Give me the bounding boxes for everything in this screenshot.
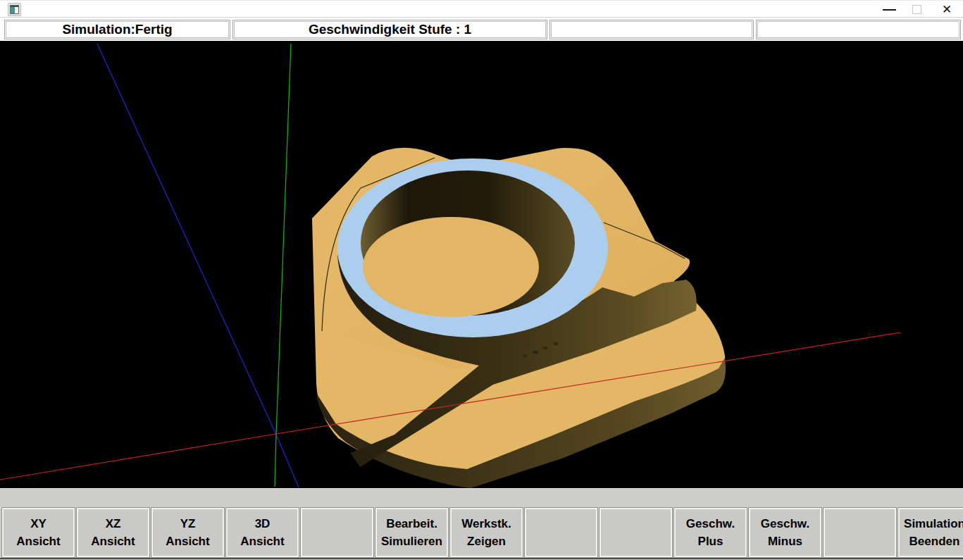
app-icon-titlebar xyxy=(11,6,18,7)
button-werkstk-zeigen[interactable]: Werkstk. Zeigen xyxy=(450,508,523,557)
minimize-icon xyxy=(883,9,896,11)
button-geschw-plus[interactable]: Geschw. Plus xyxy=(674,508,747,557)
button-geschw-minus[interactable]: Geschw. Minus xyxy=(749,508,821,557)
status-bar: Simulation:Fertig Geschwindigkeit Stufe … xyxy=(0,18,963,41)
status-panel-empty-2 xyxy=(756,20,961,39)
application-window: ✕ Simulation:Fertig Geschwindigkeit Stuf… xyxy=(0,0,963,560)
app-menu-button[interactable] xyxy=(8,3,21,16)
button-xy-ansicht[interactable]: XY Ansicht xyxy=(2,508,75,557)
button-empty-slot-3[interactable] xyxy=(599,508,672,557)
y-axis-line xyxy=(275,44,291,487)
close-button[interactable]: ✕ xyxy=(931,1,963,18)
app-icon-pane xyxy=(11,6,15,13)
button-yz-ansicht[interactable]: YZ Ansicht xyxy=(151,508,224,557)
app-window-icon xyxy=(10,5,19,14)
button-empty-slot-2[interactable] xyxy=(525,508,597,557)
simulation-viewport[interactable] xyxy=(0,41,963,488)
toolbar-bottom-line xyxy=(0,558,963,559)
button-empty-slot-1[interactable] xyxy=(301,508,373,557)
button-empty-slot-4[interactable] xyxy=(824,508,896,557)
button-3d-ansicht[interactable]: 3D Ansicht xyxy=(226,508,299,557)
close-icon: ✕ xyxy=(942,3,952,16)
button-bearbeit-simulieren[interactable]: Bearbeit. Simulieren xyxy=(375,508,448,557)
workpiece-pocket-floor xyxy=(363,217,539,317)
title-bar: ✕ xyxy=(0,0,963,18)
status-simulation-state: Simulation:Fertig xyxy=(4,20,230,39)
status-panel-empty-1 xyxy=(549,20,754,39)
button-simulation-beenden[interactable]: Simulation Beenden xyxy=(898,508,963,557)
maximize-button-disabled xyxy=(901,1,933,18)
status-speed-level: Geschwindigkeit Stufe : 1 xyxy=(232,20,547,39)
z-axis-line xyxy=(97,44,299,487)
button-xz-ansicht[interactable]: XZ Ansicht xyxy=(77,508,149,557)
workpiece-3d-scene xyxy=(0,41,963,488)
bottom-toolbar: XY Ansicht XZ Ansicht YZ Ansicht 3D Ansi… xyxy=(0,488,963,560)
maximize-icon xyxy=(912,5,921,14)
